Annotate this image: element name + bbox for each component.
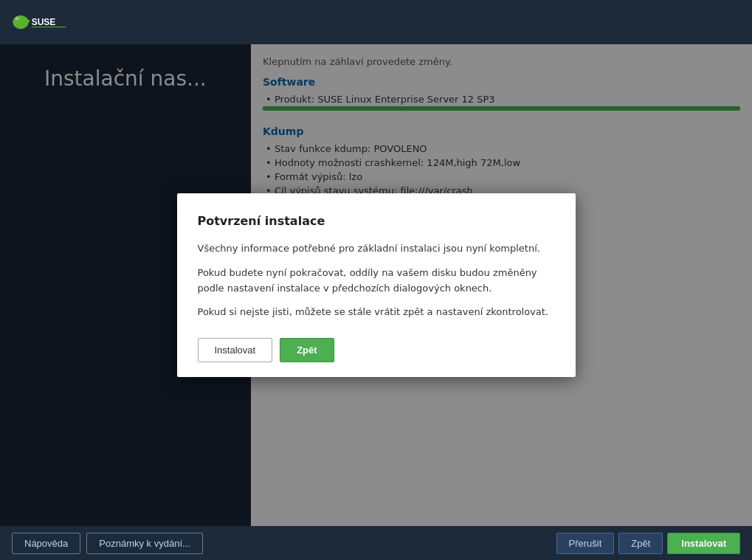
confirmation-dialog: Potvrzení instalace Všechny informace po… xyxy=(177,193,576,377)
install-button[interactable]: Instalovat xyxy=(667,533,740,554)
svg-text:SUSE: SUSE xyxy=(32,17,56,27)
bottom-right-buttons: Přerušit Zpět Instalovat xyxy=(556,533,741,554)
overlay-backdrop: Potvrzení instalace Všechny informace po… xyxy=(0,44,752,526)
dialog-back-button[interactable]: Zpět xyxy=(280,338,334,362)
header: SUSE xyxy=(0,0,752,44)
release-notes-button[interactable]: Poznámky k vydání... xyxy=(86,533,203,554)
help-button[interactable]: Nápověda xyxy=(12,533,80,554)
dialog-paragraph-3: Pokud si nejste jisti, můžete se stále v… xyxy=(198,305,555,320)
dialog-title: Potvrzení instalace xyxy=(198,214,555,228)
svg-point-4 xyxy=(16,18,17,18)
bottom-left-buttons: Nápověda Poznámky k vydání... xyxy=(12,533,203,554)
svg-point-2 xyxy=(24,19,30,23)
bottom-bar: Nápověda Poznámky k vydání... Přerušit Z… xyxy=(0,526,752,560)
suse-logo: SUSE xyxy=(12,9,71,35)
dialog-body: Všechny informace potřebné pro základní … xyxy=(198,241,555,320)
dialog-paragraph-1: Všechny informace potřebné pro základní … xyxy=(198,241,555,257)
interrupt-button[interactable]: Přerušit xyxy=(556,533,615,554)
dialog-paragraph-2: Pokud budete nyní pokračovat, oddíly na … xyxy=(198,266,555,297)
back-button[interactable]: Zpět xyxy=(618,533,663,554)
dialog-actions: Instalovat Zpět xyxy=(198,338,555,362)
dialog-install-button[interactable]: Instalovat xyxy=(198,338,273,362)
